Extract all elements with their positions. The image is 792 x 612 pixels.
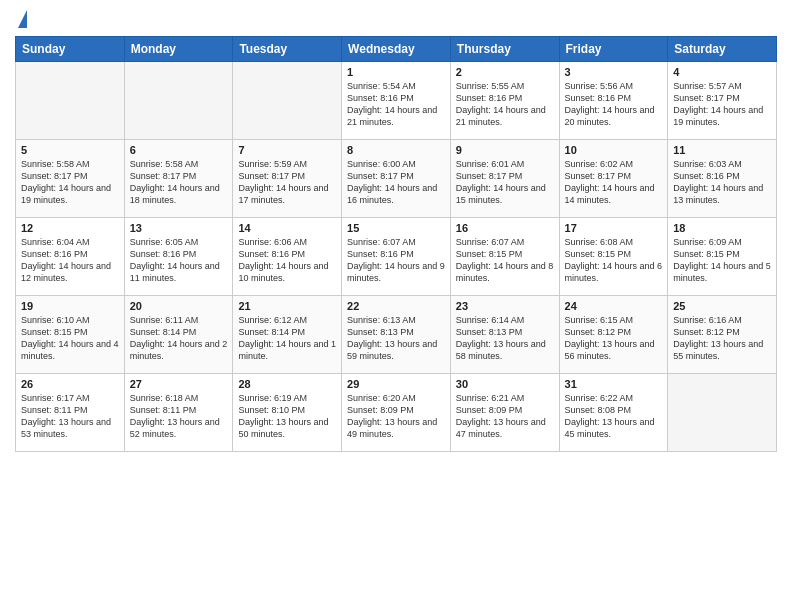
day-number: 14 [238,222,336,234]
sunrise-text: Sunrise: 6:16 AM [673,315,742,325]
day-cell-5: 5Sunrise: 5:58 AMSunset: 8:17 PMDaylight… [16,140,125,218]
sunset-text: Sunset: 8:17 PM [673,93,740,103]
sunrise-text: Sunrise: 6:17 AM [21,393,90,403]
day-cell-30: 30Sunrise: 6:21 AMSunset: 8:09 PMDayligh… [450,374,559,452]
week-row-5: 26Sunrise: 6:17 AMSunset: 8:11 PMDayligh… [16,374,777,452]
sunset-text: Sunset: 8:14 PM [130,327,197,337]
daylight-text: Daylight: 14 hours and 16 minutes. [347,183,437,205]
day-number: 13 [130,222,228,234]
sunrise-text: Sunrise: 6:11 AM [130,315,199,325]
sunset-text: Sunset: 8:08 PM [565,405,632,415]
sunrise-text: Sunrise: 6:10 AM [21,315,90,325]
empty-cell [124,62,233,140]
day-number: 11 [673,144,771,156]
sunrise-text: Sunrise: 5:55 AM [456,81,525,91]
sunrise-text: Sunrise: 6:06 AM [238,237,307,247]
day-cell-13: 13Sunrise: 6:05 AMSunset: 8:16 PMDayligh… [124,218,233,296]
weekday-wednesday: Wednesday [342,37,451,62]
day-info: Sunrise: 6:10 AMSunset: 8:15 PMDaylight:… [21,314,119,363]
day-number: 22 [347,300,445,312]
day-info: Sunrise: 6:05 AMSunset: 8:16 PMDaylight:… [130,236,228,285]
week-row-2: 5Sunrise: 5:58 AMSunset: 8:17 PMDaylight… [16,140,777,218]
day-cell-4: 4Sunrise: 5:57 AMSunset: 8:17 PMDaylight… [668,62,777,140]
sunrise-text: Sunrise: 5:58 AM [21,159,90,169]
sunrise-text: Sunrise: 6:07 AM [456,237,525,247]
day-info: Sunrise: 6:18 AMSunset: 8:11 PMDaylight:… [130,392,228,441]
day-cell-11: 11Sunrise: 6:03 AMSunset: 8:16 PMDayligh… [668,140,777,218]
day-info: Sunrise: 6:20 AMSunset: 8:09 PMDaylight:… [347,392,445,441]
weekday-thursday: Thursday [450,37,559,62]
daylight-text: Daylight: 14 hours and 15 minutes. [456,183,546,205]
sunset-text: Sunset: 8:17 PM [238,171,305,181]
sunset-text: Sunset: 8:16 PM [21,249,88,259]
week-row-4: 19Sunrise: 6:10 AMSunset: 8:15 PMDayligh… [16,296,777,374]
sunrise-text: Sunrise: 6:22 AM [565,393,634,403]
sunrise-text: Sunrise: 5:54 AM [347,81,416,91]
daylight-text: Daylight: 14 hours and 11 minutes. [130,261,220,283]
day-cell-18: 18Sunrise: 6:09 AMSunset: 8:15 PMDayligh… [668,218,777,296]
week-row-3: 12Sunrise: 6:04 AMSunset: 8:16 PMDayligh… [16,218,777,296]
daylight-text: Daylight: 13 hours and 58 minutes. [456,339,546,361]
day-info: Sunrise: 6:07 AMSunset: 8:15 PMDaylight:… [456,236,554,285]
sunset-text: Sunset: 8:11 PM [21,405,88,415]
daylight-text: Daylight: 13 hours and 53 minutes. [21,417,111,439]
sunset-text: Sunset: 8:16 PM [673,171,740,181]
day-info: Sunrise: 5:57 AMSunset: 8:17 PMDaylight:… [673,80,771,129]
sunset-text: Sunset: 8:16 PM [347,93,414,103]
day-info: Sunrise: 6:06 AMSunset: 8:16 PMDaylight:… [238,236,336,285]
daylight-text: Daylight: 14 hours and 4 minutes. [21,339,119,361]
day-info: Sunrise: 5:54 AMSunset: 8:16 PMDaylight:… [347,80,445,129]
day-cell-1: 1Sunrise: 5:54 AMSunset: 8:16 PMDaylight… [342,62,451,140]
header [15,10,777,28]
sunset-text: Sunset: 8:15 PM [565,249,632,259]
day-number: 2 [456,66,554,78]
daylight-text: Daylight: 14 hours and 12 minutes. [21,261,111,283]
day-number: 3 [565,66,663,78]
daylight-text: Daylight: 14 hours and 8 minutes. [456,261,554,283]
daylight-text: Daylight: 13 hours and 59 minutes. [347,339,437,361]
sunrise-text: Sunrise: 6:14 AM [456,315,525,325]
daylight-text: Daylight: 14 hours and 13 minutes. [673,183,763,205]
day-number: 21 [238,300,336,312]
day-cell-25: 25Sunrise: 6:16 AMSunset: 8:12 PMDayligh… [668,296,777,374]
day-info: Sunrise: 6:12 AMSunset: 8:14 PMDaylight:… [238,314,336,363]
day-number: 28 [238,378,336,390]
sunrise-text: Sunrise: 5:57 AM [673,81,742,91]
empty-cell [233,62,342,140]
day-cell-19: 19Sunrise: 6:10 AMSunset: 8:15 PMDayligh… [16,296,125,374]
sunset-text: Sunset: 8:17 PM [347,171,414,181]
day-number: 9 [456,144,554,156]
sunrise-text: Sunrise: 6:02 AM [565,159,634,169]
day-number: 10 [565,144,663,156]
day-cell-20: 20Sunrise: 6:11 AMSunset: 8:14 PMDayligh… [124,296,233,374]
day-info: Sunrise: 5:58 AMSunset: 8:17 PMDaylight:… [130,158,228,207]
sunrise-text: Sunrise: 6:03 AM [673,159,742,169]
weekday-friday: Friday [559,37,668,62]
day-number: 26 [21,378,119,390]
daylight-text: Daylight: 13 hours and 49 minutes. [347,417,437,439]
day-cell-9: 9Sunrise: 6:01 AMSunset: 8:17 PMDaylight… [450,140,559,218]
daylight-text: Daylight: 13 hours and 45 minutes. [565,417,655,439]
day-cell-16: 16Sunrise: 6:07 AMSunset: 8:15 PMDayligh… [450,218,559,296]
day-cell-26: 26Sunrise: 6:17 AMSunset: 8:11 PMDayligh… [16,374,125,452]
day-info: Sunrise: 6:19 AMSunset: 8:10 PMDaylight:… [238,392,336,441]
day-info: Sunrise: 6:16 AMSunset: 8:12 PMDaylight:… [673,314,771,363]
day-info: Sunrise: 6:01 AMSunset: 8:17 PMDaylight:… [456,158,554,207]
day-info: Sunrise: 6:02 AMSunset: 8:17 PMDaylight:… [565,158,663,207]
sunrise-text: Sunrise: 6:05 AM [130,237,199,247]
daylight-text: Daylight: 14 hours and 5 minutes. [673,261,771,283]
sunrise-text: Sunrise: 6:00 AM [347,159,416,169]
weekday-saturday: Saturday [668,37,777,62]
daylight-text: Daylight: 14 hours and 14 minutes. [565,183,655,205]
week-row-1: 1Sunrise: 5:54 AMSunset: 8:16 PMDaylight… [16,62,777,140]
sunset-text: Sunset: 8:11 PM [130,405,197,415]
daylight-text: Daylight: 14 hours and 10 minutes. [238,261,328,283]
day-cell-29: 29Sunrise: 6:20 AMSunset: 8:09 PMDayligh… [342,374,451,452]
sunset-text: Sunset: 8:17 PM [565,171,632,181]
day-cell-17: 17Sunrise: 6:08 AMSunset: 8:15 PMDayligh… [559,218,668,296]
day-number: 20 [130,300,228,312]
day-number: 18 [673,222,771,234]
day-cell-28: 28Sunrise: 6:19 AMSunset: 8:10 PMDayligh… [233,374,342,452]
page: SundayMondayTuesdayWednesdayThursdayFrid… [0,0,792,612]
sunrise-text: Sunrise: 6:08 AM [565,237,634,247]
